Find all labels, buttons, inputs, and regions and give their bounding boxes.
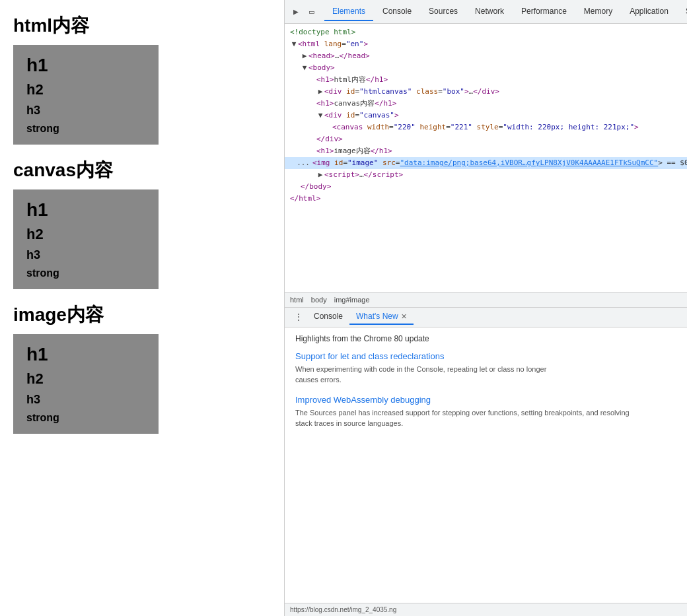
html-box-strong: strong [26,123,59,134]
tab-memory[interactable]: Memory [576,3,620,21]
image-box-h3: h3 [26,393,145,407]
tab-application[interactable]: Application [622,3,676,21]
devtools-icons: ▶ ▭ [290,6,318,18]
breadcrumb-html[interactable]: html [290,296,304,304]
script-line[interactable]: ▶ <script> … </script> [285,169,687,181]
image-section-title: image内容 [13,302,271,327]
html-gray-box: h1 h2 h3 strong [13,45,159,145]
canvas-section: canvas内容 h1 h2 h3 strong [13,158,271,289]
image-box-h1: h1 [26,344,145,365]
body-triangle[interactable]: ▼ [301,63,308,73]
body-close-line[interactable]: </body> [285,181,687,193]
bottom-tab-bar: ⋮ Console What's New ✕ [285,308,687,327]
htmlcanvas-triangle[interactable]: ▶ [316,86,324,97]
inspect-icon[interactable]: ▶ [290,6,302,18]
image-box-strong: strong [26,412,59,423]
html-close-line[interactable]: </html> [285,193,687,205]
breadcrumb-bar: html body img#image [285,292,687,308]
canvas-box-h1: h1 [26,199,145,221]
canvas-div-close[interactable]: </div> [285,133,687,145]
status-url: https://blog.csdn.net/img_2_4035.ng [290,606,396,613]
canvas-section-title: canvas内容 [13,158,271,183]
img-src-link[interactable]: "data:image/png;base64,iVBOR…gfyLPN8XjV0… [400,158,658,168]
elements-tree[interactable]: <!doctype html> ▼ <html lang="en" > ▶ <h… [285,24,687,292]
head-line[interactable]: ▶ <head> … </head> [285,50,687,62]
canvas-box-h3: h3 [26,248,145,262]
feature-2-title[interactable]: Improved WebAssembly debugging [295,395,676,405]
tab-network[interactable]: Network [467,3,512,21]
head-triangle[interactable]: ▶ [301,51,308,61]
html-box-h2: h2 [26,81,145,98]
whats-new-content: Highlights from the Chrome 80 update Sup… [285,327,687,603]
h1-canvas-line[interactable]: <h1> canvas内容 </h1> [285,98,687,110]
img-element-line[interactable]: ... <img id="image" src="data:image/png;… [285,157,687,169]
image-gray-box: h1 h2 h3 strong [13,334,159,434]
canvas-gray-box: h1 h2 h3 strong [13,189,159,289]
html-box-h3: h3 [26,104,145,118]
h1-html-line[interactable]: <h1> html内容 </h1> [285,74,687,86]
html-section: html内容 h1 h2 h3 strong [13,13,271,145]
tab-elements[interactable]: Elements [324,3,373,21]
doctype-text: <!doctype html> [290,27,355,38]
feature-1-title[interactable]: Support for let and class redeclarations [295,351,676,361]
devtools-tab-bar: ▶ ▭ Elements Console Sources Network Per… [285,0,687,24]
image-box-h2: h2 [26,370,145,388]
html-section-title: html内容 [13,13,271,38]
canvas-div-open[interactable]: ▼ <div id="canvas" > [285,110,687,121]
status-bar: https://blog.csdn.net/img_2_4035.ng [285,603,687,616]
whats-new-header: Highlights from the Chrome 80 update [295,334,676,343]
tab-console[interactable]: Console [375,3,419,21]
bottom-tab-console[interactable]: Console [307,309,349,325]
device-icon[interactable]: ▭ [306,6,318,18]
html-open-line[interactable]: ▼ <html lang="en" > [285,38,687,50]
feature-2-desc: The Sources panel has increased support … [295,407,676,429]
canvas-box-strong: strong [26,267,59,279]
breadcrumb-img[interactable]: img#image [334,296,370,304]
htmlcanvas-div-line[interactable]: ▶ <div id="htmlcanvas" class="box" > … <… [285,86,687,98]
bottom-tab-whatsnew[interactable]: What's New ✕ [349,309,414,325]
bottom-tab-menu[interactable]: ⋮ [290,312,307,322]
tab-performance[interactable]: Performance [513,3,575,21]
breadcrumb-body[interactable]: body [311,296,327,304]
script-triangle[interactable]: ▶ [316,170,324,180]
feature-1-desc: When experimenting with code in the Cons… [295,364,676,386]
html-triangle[interactable]: ▼ [290,39,298,50]
canvas-div-triangle[interactable]: ▼ [316,110,324,121]
feature-1: Support for let and class redeclarations… [295,351,676,386]
expand-dots[interactable]: ... [290,158,310,168]
doctype-line[interactable]: <!doctype html> [285,26,687,38]
whatsnew-close-icon[interactable]: ✕ [401,312,407,321]
body-open-line[interactable]: ▼ <body> [285,62,687,74]
tab-se[interactable]: Se [678,3,687,21]
canvas-box-h2: h2 [26,226,145,243]
feature-2: Improved WebAssembly debugging The Sourc… [295,395,676,429]
canvas-element-line[interactable]: <canvas width="220" height="221" style="… [285,121,687,133]
devtools-panel: ▶ ▭ Elements Console Sources Network Per… [284,0,687,616]
image-section: image内容 h1 h2 h3 strong [13,302,271,434]
html-box-h1: h1 [26,55,145,76]
tab-sources[interactable]: Sources [421,3,466,21]
h1-image-line[interactable]: <h1> image内容 </h1> [285,145,687,157]
left-panel: html内容 h1 h2 h3 strong canvas内容 h1 h2 h3… [0,0,284,616]
